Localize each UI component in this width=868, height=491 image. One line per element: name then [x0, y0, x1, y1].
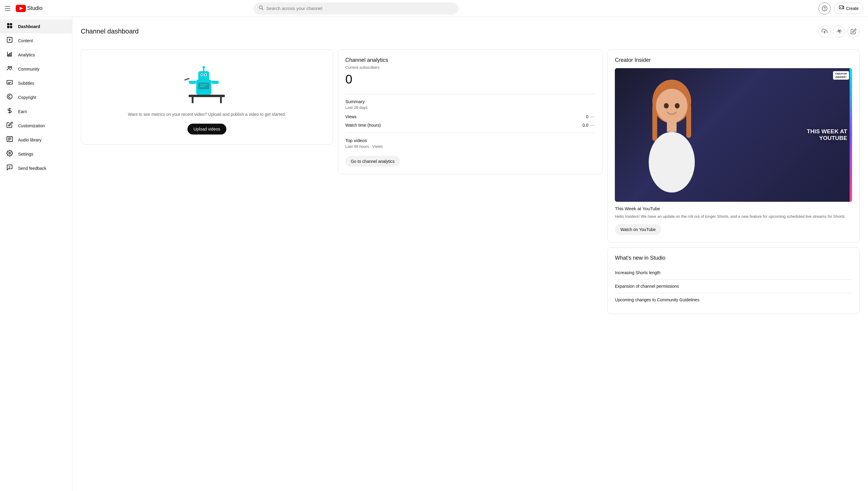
go-to-channel-analytics-button[interactable]: Go to channel analytics [345, 156, 400, 167]
svg-rect-50 [198, 83, 209, 89]
sidebar-item-customization[interactable]: Customization [0, 118, 72, 133]
svg-rect-44 [205, 74, 206, 76]
svg-line-3 [262, 8, 264, 10]
upload-action-button[interactable] [818, 25, 831, 37]
create-button[interactable]: Create [834, 3, 863, 14]
sidebar-item-earn[interactable]: Earn [0, 104, 72, 118]
subscribers-label: Current subscribers [345, 65, 595, 70]
create-icon [839, 5, 844, 12]
svg-rect-46 [211, 81, 219, 84]
views-value-group: 0 — [586, 114, 595, 119]
svg-rect-18 [9, 53, 10, 56]
sidebar-item-analytics[interactable]: Analytics [0, 48, 72, 62]
creator-badge: CREATOR INSIDER+ [833, 71, 849, 80]
watch-time-number: 0.0 [583, 123, 588, 127]
svg-rect-12 [10, 26, 12, 28]
search-form[interactable] [253, 2, 458, 15]
search-input[interactable] [266, 6, 454, 11]
watch-time-dash: — [590, 122, 595, 128]
analytics-card-title: Channel analytics [345, 57, 595, 63]
svg-rect-36 [189, 95, 225, 97]
main-layout: Dashboard Content Analytics [0, 0, 868, 491]
upload-illustration [180, 58, 234, 107]
top-videos-title: Top videos [345, 138, 595, 143]
sidebar-item-label: Copyright [18, 95, 36, 100]
upload-card-text: Want to see metrics on your recent video… [128, 111, 286, 118]
sidebar-item-label: Settings [18, 152, 33, 156]
logo[interactable]: Studio [16, 5, 42, 12]
topnav-left: Studio [5, 5, 71, 12]
views-metric: Views 0 — [345, 114, 595, 119]
topnav-right: Create [818, 2, 863, 15]
analytics-icon [6, 51, 13, 59]
svg-rect-38 [220, 97, 222, 103]
svg-rect-11 [7, 26, 9, 28]
watch-time-metric: Watch time (hours) 0.0 — [345, 122, 595, 128]
summary-period: Last 28 days [345, 105, 595, 110]
svg-rect-48 [203, 68, 204, 72]
svg-rect-9 [7, 23, 9, 25]
creator-thumb-line1: THIS WEEK AT [807, 128, 847, 135]
main-content: Channel dashboard [72, 17, 868, 491]
sidebar-item-content[interactable]: Content [0, 33, 72, 48]
youtube-logo-icon [16, 5, 26, 12]
creator-insider-card: Creator Insider [607, 50, 860, 242]
svg-rect-17 [8, 54, 9, 56]
svg-point-25 [7, 94, 12, 99]
news-item-2[interactable]: Expansion of channel permissions [615, 280, 852, 293]
logo-studio-text: Studio [27, 5, 42, 11]
cards-row: Want to see metrics on your recent video… [81, 50, 860, 314]
views-number: 0 [586, 114, 588, 119]
edit-action-button[interactable] [847, 25, 860, 37]
sidebar-item-dashboard[interactable]: Dashboard [0, 19, 72, 33]
news-item-3[interactable]: Upcoming changes to Community Guidelines [615, 293, 852, 307]
search-icon [258, 5, 264, 12]
upload-videos-button[interactable]: Upload videos [187, 124, 226, 135]
dashboard-actions [818, 25, 860, 37]
svg-point-56 [656, 89, 688, 123]
svg-rect-19 [11, 52, 12, 56]
whats-new-card: What's new in Studio Increasing Shorts l… [607, 247, 860, 314]
help-button[interactable] [818, 2, 831, 15]
content-icon [6, 36, 13, 45]
settings-icon [6, 150, 13, 158]
creator-thumb-text: THIS WEEK AT YOUTUBE [807, 128, 847, 141]
svg-rect-37 [192, 97, 193, 103]
sidebar-item-label: Customization [18, 123, 45, 128]
svg-rect-54 [652, 105, 657, 141]
creator-card-title: Creator Insider [615, 57, 852, 63]
sidebar-item-community[interactable]: Community [0, 62, 72, 76]
creator-episode-title: This Week at YouTube [615, 206, 852, 211]
sidebar-item-audio-library[interactable]: Audio library [0, 133, 72, 147]
sidebar: Dashboard Content Analytics [0, 17, 72, 491]
svg-point-21 [10, 66, 12, 68]
views-dash: — [590, 114, 595, 119]
sidebar-item-settings[interactable]: Settings [0, 147, 72, 161]
audio-library-icon [6, 136, 13, 144]
hamburger-button[interactable] [5, 5, 12, 12]
subscribers-count: 0 [345, 72, 595, 87]
page-title: Channel dashboard [81, 27, 138, 35]
topnav: Studio [0, 0, 868, 17]
whats-new-title: What's new in Studio [615, 255, 852, 261]
watch-time-label: Watch time (hours) [345, 123, 381, 127]
svg-rect-40 [198, 71, 209, 81]
sidebar-item-copyright[interactable]: Copyright [0, 90, 72, 104]
creator-person-graphic [615, 68, 729, 202]
sidebar-item-label: Analytics [18, 53, 35, 57]
sidebar-item-send-feedback[interactable]: Send feedback [0, 161, 72, 175]
sidebar-item-label: Dashboard [18, 24, 40, 29]
news-item-1[interactable]: Increasing Shorts length [615, 266, 852, 280]
top-videos-period: Last 48 hours · Views [345, 144, 595, 149]
watch-on-youtube-button[interactable]: Watch on YouTube [615, 224, 661, 235]
svg-rect-10 [10, 23, 12, 25]
sidebar-item-label: Earn [18, 109, 27, 114]
live-action-button[interactable] [833, 25, 845, 37]
sidebar-item-subtitles[interactable]: Subtitles [0, 76, 72, 90]
svg-rect-43 [201, 74, 203, 76]
svg-rect-47 [184, 78, 190, 81]
watch-time-value-group: 0.0 — [583, 122, 595, 128]
create-label: Create [846, 6, 859, 11]
community-icon [6, 65, 13, 73]
copyright-icon [6, 93, 13, 102]
